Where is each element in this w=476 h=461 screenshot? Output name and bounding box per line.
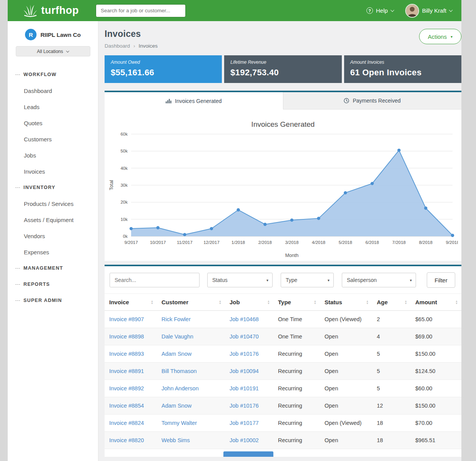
- global-search-input[interactable]: [96, 4, 186, 17]
- sort-icon[interactable]: ▲▼: [267, 300, 270, 305]
- svg-text:10/2017: 10/2017: [150, 240, 166, 245]
- amount-cell: $60.00: [411, 380, 461, 397]
- sidebar-item-assets-equipment[interactable]: Assets / Equipment: [8, 212, 98, 228]
- age-cell: 4: [372, 328, 411, 345]
- type-cell: Recurring: [273, 380, 320, 397]
- job-link[interactable]: Job #10176: [230, 403, 259, 409]
- sort-icon[interactable]: ▲▼: [455, 300, 458, 305]
- chevron-down-icon: ▾: [328, 278, 330, 282]
- help-menu[interactable]: ? Help: [366, 7, 394, 14]
- job-link[interactable]: Job #10177: [230, 420, 259, 426]
- sidebar-item-jobs[interactable]: Jobs: [8, 147, 98, 163]
- svg-text:3/2018: 3/2018: [285, 240, 298, 245]
- sidebar-section-label: REPORTS: [23, 282, 50, 287]
- job-link[interactable]: Job #10094: [230, 368, 259, 374]
- invoice-link[interactable]: Invoice #8892: [109, 385, 144, 391]
- customer-link[interactable]: John Anderson: [161, 385, 199, 391]
- sidebar-item-products-services[interactable]: Products / Services: [8, 196, 98, 212]
- table-row: Invoice #8824Tommy WalterJob #10177Recur…: [105, 415, 461, 432]
- svg-text:60k: 60k: [120, 132, 128, 136]
- tab-invoices-generated[interactable]: Invoices Generated: [105, 92, 283, 109]
- amount-cell: $65.00: [411, 311, 461, 328]
- filter-select-status[interactable]: Status▾: [207, 273, 273, 287]
- column-header-customer[interactable]: Customer▲▼: [157, 294, 225, 311]
- sidebar-section-workflow: WORKFLOW: [8, 66, 98, 83]
- invoice-link[interactable]: Invoice #8893: [109, 351, 144, 357]
- filter-select-type[interactable]: Type▾: [281, 273, 334, 287]
- table-row: Invoice #8891Bill ThomasonJob #10094Recu…: [105, 363, 461, 380]
- sidebar-section-reports: REPORTS: [8, 276, 98, 292]
- column-label: Age: [377, 299, 388, 305]
- job-link[interactable]: Job #10176: [230, 351, 259, 357]
- customer-link[interactable]: Rick Fowler: [161, 316, 191, 322]
- invoice-link[interactable]: Invoice #8907: [109, 316, 144, 322]
- invoice-link[interactable]: Invoice #8891: [109, 368, 144, 374]
- svg-text:50k: 50k: [120, 149, 128, 153]
- column-header-job[interactable]: Job▲▼: [225, 294, 273, 311]
- sort-icon[interactable]: ▲▼: [314, 300, 316, 305]
- type-cell: Recurring: [273, 345, 320, 363]
- stat-cards: Amount Owed $55,161.66 Lifetime Revenue …: [105, 55, 461, 83]
- svg-text:9/2017: 9/2017: [124, 240, 138, 245]
- chart-panel: Invoices Generated Payments Received Inv…: [105, 91, 461, 261]
- customer-link[interactable]: Webb Sims: [161, 437, 190, 443]
- filter-button[interactable]: Filter: [427, 272, 455, 288]
- stat-card-open-invoices: Amount Invoices 61 Open Invoices: [344, 55, 461, 83]
- type-cell: Recurring: [273, 432, 320, 449]
- sidebar-item-invoices[interactable]: Invoices: [8, 163, 98, 179]
- section-dash-icon: [15, 300, 20, 301]
- invoice-cell: Invoice #8854: [105, 397, 157, 415]
- breadcrumb-separator: ›: [133, 43, 135, 49]
- column-header-invoice[interactable]: Invoice▲▼: [105, 294, 157, 311]
- actions-button[interactable]: Actions ▾: [419, 29, 461, 44]
- sidebar-item-customers[interactable]: Customers: [8, 131, 98, 147]
- clock-icon: [344, 98, 349, 103]
- invoice-link[interactable]: Invoice #8854: [109, 403, 144, 409]
- age-cell: 5: [372, 345, 411, 363]
- invoice-link[interactable]: Invoice #8898: [109, 333, 144, 340]
- tab-label: Invoices Generated: [175, 98, 221, 104]
- job-link[interactable]: Job #10191: [230, 385, 259, 391]
- customer-link[interactable]: Dale Vaughn: [161, 333, 193, 340]
- job-link[interactable]: Job #10470: [230, 333, 259, 340]
- sidebar-item-quotes[interactable]: Quotes: [8, 115, 98, 131]
- column-header-age[interactable]: Age▲▼: [372, 294, 411, 311]
- sidebar-item-dashboard[interactable]: Dashboard: [8, 83, 98, 99]
- table-search-input[interactable]: [110, 273, 200, 287]
- svg-text:6/2018: 6/2018: [365, 240, 379, 245]
- tab-payments-received[interactable]: Payments Received: [283, 92, 462, 109]
- svg-text:8/2018: 8/2018: [419, 240, 433, 245]
- sort-icon[interactable]: ▲▼: [404, 300, 407, 305]
- age-cell: 12: [372, 397, 411, 415]
- column-header-status[interactable]: Status▲▼: [320, 294, 372, 311]
- breadcrumb-dashboard[interactable]: Dashboard: [105, 43, 130, 49]
- sidebar-item-expenses[interactable]: Expenses: [8, 244, 98, 260]
- location-selector[interactable]: All Locations: [16, 46, 90, 56]
- sidebar-item-leads[interactable]: Leads: [8, 99, 98, 115]
- sidebar-item-vendors[interactable]: Vendors: [8, 228, 98, 244]
- invoice-cell: Invoice #8891: [105, 363, 157, 380]
- column-header-amount[interactable]: Amount▲▼: [411, 294, 461, 311]
- location-label: All Locations: [37, 49, 63, 54]
- svg-text:4/2018: 4/2018: [312, 240, 325, 245]
- type-cell: Recurring: [273, 363, 320, 380]
- sort-icon[interactable]: ▲▼: [219, 300, 221, 305]
- customer-link[interactable]: Tommy Walter: [161, 420, 197, 426]
- customer-cell: Adam Snow: [157, 397, 225, 415]
- sort-icon[interactable]: ▲▼: [366, 300, 369, 305]
- job-link[interactable]: Job #10002: [230, 437, 259, 443]
- user-menu[interactable]: Billy Kraft: [405, 4, 452, 18]
- app-logo[interactable]: turfhop: [23, 4, 79, 18]
- invoice-link[interactable]: Invoice #8824: [109, 420, 144, 426]
- filter-select-salesperson[interactable]: Salesperson▾: [342, 273, 416, 287]
- sort-icon[interactable]: ▲▼: [151, 300, 153, 305]
- job-link[interactable]: Job #10468: [230, 316, 259, 322]
- pagination-partial[interactable]: [223, 451, 273, 457]
- invoice-link[interactable]: Invoice #8820: [109, 437, 144, 443]
- customer-link[interactable]: Adam Snow: [161, 351, 191, 357]
- status-cell: Open: [320, 397, 372, 415]
- customer-link[interactable]: Bill Thomason: [161, 368, 197, 374]
- customer-link[interactable]: Adam Snow: [161, 403, 191, 409]
- stat-value: 61 Open Invoices: [350, 68, 455, 78]
- column-header-type[interactable]: Type▲▼: [273, 294, 320, 311]
